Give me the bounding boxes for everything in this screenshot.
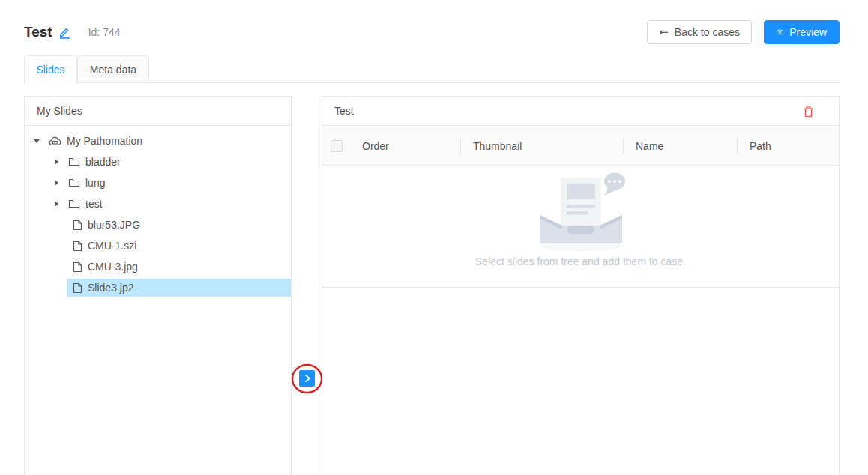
tree-item-label: CMU-1.szi: [88, 240, 136, 252]
file-icon: [73, 282, 82, 294]
preview-button[interactable]: Preview: [764, 20, 840, 44]
tree-item-folder-bladder[interactable]: bladder: [25, 151, 291, 172]
case-panel-title: Test: [334, 105, 354, 117]
top-actions: ← Back to cases Preview: [647, 20, 840, 44]
folder-icon: [68, 157, 80, 167]
file-icon: [73, 240, 82, 252]
tree-item-file-cmu3[interactable]: CMU-3.jpg: [25, 256, 291, 277]
tab-meta-data[interactable]: Meta data: [77, 55, 149, 83]
file-icon: [73, 261, 82, 273]
chevron-right-icon: [303, 374, 312, 383]
my-slides-title: My Slides: [37, 105, 82, 117]
selected-tree-node[interactable]: Slide3.jp2: [67, 279, 291, 297]
eye-icon: [777, 27, 783, 37]
titlebar: Test Id: 744: [24, 19, 121, 45]
trash-icon: [803, 106, 814, 118]
arrow-left-icon: ←: [659, 25, 669, 39]
table-header-row: Order Thumbnail Name Path: [322, 127, 839, 166]
caret-down-icon[interactable]: [31, 139, 43, 143]
folder-icon: [68, 178, 80, 188]
select-all-cell: [322, 140, 350, 152]
select-all-checkbox[interactable]: [331, 140, 343, 152]
tree-item-label: blur53.JPG: [88, 219, 140, 231]
column-divider: [623, 138, 624, 154]
caret-right-icon[interactable]: [50, 180, 62, 186]
add-to-case-button[interactable]: [299, 370, 315, 387]
tree-item-file-cmu1[interactable]: CMU-1.szi: [25, 235, 291, 256]
column-header-order: Order: [350, 140, 461, 152]
column-divider: [460, 138, 461, 154]
tree-item-file-blur53[interactable]: blur53.JPG: [25, 214, 291, 235]
tree-item-label: bladder: [85, 156, 121, 168]
caret-right-icon[interactable]: [50, 159, 62, 165]
preview-label: Preview: [789, 26, 827, 38]
cloud-icon: [49, 136, 61, 147]
column-header-path: Path: [738, 140, 839, 152]
empty-state-text: Select slides from tree and add them to …: [475, 255, 686, 267]
column-header-thumbnail: Thumbnail: [461, 140, 624, 152]
tree-item-label: Slide3.jp2: [88, 282, 134, 294]
edit-title-icon[interactable]: [57, 25, 72, 40]
page-title: Test: [24, 24, 52, 40]
tree-item-root[interactable]: My Pathomation: [25, 130, 291, 151]
case-id-label: Id: 744: [88, 26, 121, 38]
tree-item-folder-lung[interactable]: lung: [25, 172, 291, 193]
caret-right-icon[interactable]: [50, 201, 62, 207]
file-icon: [73, 220, 82, 231]
tab-slides[interactable]: Slides: [24, 55, 77, 84]
tree-item-label: lung: [85, 177, 105, 189]
tree-item-folder-test[interactable]: test: [25, 193, 291, 214]
delete-case-slides-button[interactable]: [803, 106, 814, 118]
empty-state-illustration: [525, 170, 637, 254]
tab-slides-label: Slides: [36, 64, 64, 76]
case-slides-panel: Test Order Thumbnail Name Path: [322, 96, 840, 475]
column-divider: [737, 138, 738, 154]
tree-item-label: My Pathomation: [67, 135, 142, 147]
my-slides-header: My Slides: [25, 97, 291, 126]
folder-icon: [68, 199, 80, 209]
slide-tree: My Pathomation bladder lun: [25, 126, 291, 298]
case-editor-page: Test Id: 744 ← Back to cases Preview Sli…: [0, 0, 868, 475]
tab-meta-data-label: Meta data: [90, 64, 136, 76]
my-slides-panel: My Slides My Pathomation: [24, 96, 292, 475]
column-header-name: Name: [624, 140, 738, 152]
empty-table-body: Select slides from tree and add them to …: [322, 166, 839, 288]
back-to-cases-button[interactable]: ← Back to cases: [647, 20, 752, 44]
back-to-cases-label: Back to cases: [675, 26, 740, 38]
tree-item-file-slide3-selected[interactable]: Slide3.jp2: [25, 277, 291, 298]
tree-item-label: test: [85, 198, 103, 210]
tree-item-label: CMU-3.jpg: [88, 261, 138, 273]
case-panel-header: Test: [322, 97, 839, 126]
